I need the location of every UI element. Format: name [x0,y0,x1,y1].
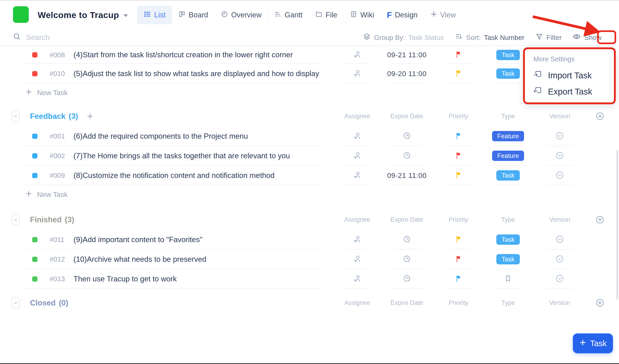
show-control[interactable]: Show [572,32,601,42]
assignee-cell[interactable] [340,255,375,264]
task-row[interactable]: #002(7)The Home brings all the tasks tog… [0,146,619,166]
tab-list[interactable]: List [137,6,172,24]
tab-design[interactable]: F Design [380,6,424,24]
type-cell[interactable] [478,275,538,283]
version-cell[interactable] [538,131,581,141]
expire-date[interactable]: 09-21 11:00 [387,171,426,180]
tab-file[interactable]: File [309,6,343,24]
add-column-button[interactable] [595,215,605,224]
project-switcher[interactable]: Welcome to Tracup [38,0,128,29]
status-cell[interactable] [23,237,39,242]
filter-control[interactable]: Filter [535,33,562,42]
task-title[interactable]: (4)Start from the task list/shortcut cre… [67,51,340,59]
column-header[interactable]: Type [501,216,515,223]
column-header[interactable]: Expire Date [391,299,423,307]
task-title[interactable]: (8)Customize the notification content an… [67,171,340,180]
status-cell[interactable] [23,276,39,282]
column-header[interactable]: Type [501,112,515,120]
version-cell[interactable] [538,274,581,284]
task-row[interactable]: #011(9)Add important content to "Favorit… [0,230,619,249]
collapse-group-button[interactable] [12,297,19,308]
status-cell[interactable] [23,71,39,76]
column-header[interactable]: Priority [449,112,468,120]
expire-date-cell[interactable] [375,274,439,284]
type-badge[interactable]: Task [496,170,520,181]
type-badge[interactable]: Feature [492,131,524,141]
clock-icon[interactable] [403,235,411,244]
expire-date-cell[interactable] [375,132,439,141]
status-cell[interactable] [23,153,39,158]
type-cell[interactable]: Task [478,254,538,264]
new-task-button[interactable]: New Task [0,185,619,204]
column-header[interactable]: Version [549,112,570,120]
type-badge[interactable]: Feature [492,151,524,161]
version-cell[interactable] [538,171,581,180]
assignee-cell[interactable] [340,274,375,284]
clock-icon[interactable] [403,132,411,141]
status-cell[interactable] [23,257,39,262]
status-cell[interactable] [23,134,39,139]
version-cell[interactable] [538,151,581,161]
column-header[interactable]: Assignee [344,112,370,120]
expire-date-cell[interactable] [375,255,439,264]
type-cell[interactable]: Feature [478,131,538,141]
expire-date-cell[interactable]: 09-21 11:00 [375,171,439,180]
add-task-to-group-button[interactable] [87,113,94,120]
expire-date-cell[interactable]: 09-21 11:00 [375,51,439,59]
column-header[interactable]: Priority [449,299,468,307]
priority-cell[interactable] [439,171,478,180]
search-input[interactable]: Search [13,29,50,45]
add-view-button[interactable]: View [424,6,462,24]
assignee-cell[interactable] [340,69,375,78]
clock-icon[interactable] [403,274,411,284]
column-header[interactable]: Expire Date [391,216,423,223]
expire-date[interactable]: 09-21 11:00 [387,51,426,59]
task-title[interactable]: (5)Adjust the task list to show what tas… [67,70,340,78]
type-badge[interactable]: Task [496,50,520,60]
clock-icon[interactable] [403,151,411,161]
version-cell[interactable] [538,254,581,264]
expire-date-cell[interactable] [375,151,439,161]
priority-cell[interactable] [439,275,478,283]
sort-control[interactable]: Sort: Task Number [455,33,524,42]
status-cell[interactable] [23,52,39,57]
add-column-button[interactable] [595,298,605,308]
task-title[interactable]: (10)Archive what needs to be preserved [67,255,340,264]
priority-cell[interactable] [439,50,478,59]
column-header[interactable]: Type [501,299,515,307]
type-cell[interactable]: Task [478,170,538,181]
priority-cell[interactable] [439,235,478,244]
priority-cell[interactable] [439,152,478,160]
tab-board[interactable]: Board [172,6,214,24]
import-task-item[interactable]: Import Task [525,67,614,84]
type-badge[interactable]: Task [496,234,520,245]
assignee-cell[interactable] [340,132,375,141]
priority-cell[interactable] [439,132,478,141]
expire-date-cell[interactable] [375,235,439,244]
type-cell[interactable]: Task [478,234,538,245]
assignee-cell[interactable] [340,171,375,180]
task-title[interactable]: (6)Add the required components to the Pr… [67,132,340,140]
type-badge[interactable]: Task [496,254,520,264]
task-row[interactable]: #009(8)Customize the notification conten… [0,166,619,185]
column-header[interactable]: Assignee [344,299,370,307]
add-column-button[interactable] [595,112,605,121]
add-task-button[interactable]: Task [573,334,613,353]
task-row[interactable]: #013Then use Tracup to get to work [0,269,619,289]
tab-gantt[interactable]: Gantt [268,6,309,24]
column-header[interactable]: Expire Date [391,112,423,120]
task-row[interactable]: #012(10)Archive what needs to be preserv… [0,249,619,269]
column-header[interactable]: Assignee [344,216,370,223]
expire-date[interactable]: 09-20 11:00 [387,70,426,78]
collapse-group-button[interactable] [12,111,19,122]
expire-date-cell[interactable]: 09-20 11:00 [375,70,439,78]
version-cell[interactable] [538,235,581,245]
group-by-control[interactable]: Group By: Task Status [363,33,444,42]
status-cell[interactable] [23,173,39,178]
tab-overview[interactable]: Overview [214,6,268,24]
collapse-group-button[interactable] [12,214,19,225]
priority-cell[interactable] [439,255,478,264]
task-title[interactable]: Then use Tracup to get to work [67,275,340,283]
type-cell[interactable]: Feature [478,151,538,161]
vertical-scrollbar[interactable] [616,150,618,300]
